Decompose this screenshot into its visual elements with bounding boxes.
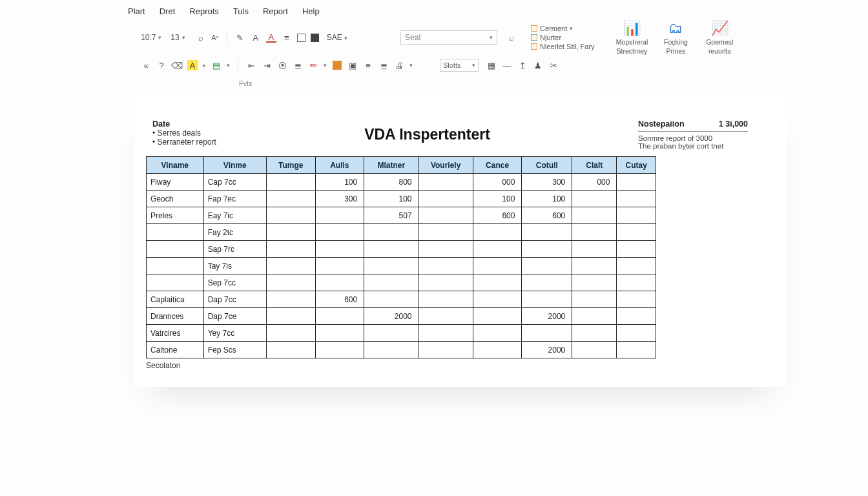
cell[interactable] bbox=[572, 207, 617, 224]
cell[interactable] bbox=[473, 241, 522, 258]
cell[interactable] bbox=[617, 308, 656, 325]
cell[interactable] bbox=[315, 342, 364, 358]
arrow-up-icon[interactable]: ↥ bbox=[517, 60, 528, 70]
cell[interactable] bbox=[572, 325, 617, 342]
cell[interactable] bbox=[418, 191, 473, 207]
link-nested[interactable]: Nleerlet Stil, Fary bbox=[531, 43, 594, 50]
cell[interactable]: Geoch bbox=[147, 191, 204, 207]
cell[interactable]: 2000 bbox=[364, 308, 418, 325]
border-box-icon[interactable] bbox=[297, 34, 305, 42]
link-comment[interactable]: Cerment ▾ bbox=[531, 25, 594, 32]
cell[interactable]: Dap 7ce bbox=[203, 308, 266, 325]
cell[interactable]: 300 bbox=[522, 174, 572, 191]
back-icon[interactable]: « bbox=[141, 60, 151, 70]
cell[interactable] bbox=[617, 291, 656, 308]
cell[interactable]: Eay 7ic bbox=[203, 207, 266, 224]
cell[interactable]: 800 bbox=[364, 174, 418, 191]
cell[interactable]: Tay 7is bbox=[203, 258, 266, 274]
cell[interactable] bbox=[572, 241, 617, 258]
paint-icon[interactable]: 🖨 bbox=[394, 60, 404, 70]
person-icon[interactable]: ♟ bbox=[533, 60, 543, 70]
cell[interactable]: Cap 7cc bbox=[203, 174, 266, 191]
cell[interactable]: Drannces bbox=[147, 308, 204, 325]
underline-icon[interactable]: A bbox=[266, 32, 276, 43]
cell[interactable] bbox=[617, 191, 656, 207]
cell[interactable]: Vatrcires bbox=[147, 325, 204, 342]
cell[interactable] bbox=[473, 325, 522, 342]
cell[interactable] bbox=[418, 207, 473, 224]
cell[interactable] bbox=[617, 207, 656, 224]
cell[interactable]: 100 bbox=[315, 174, 364, 191]
cell[interactable] bbox=[522, 325, 572, 342]
zoom-control[interactable]: 10:7 ▾ bbox=[141, 33, 161, 42]
orange-box-icon[interactable] bbox=[332, 60, 342, 70]
cell[interactable]: Sep 7cc bbox=[203, 274, 266, 291]
cell[interactable]: Caplaitica bbox=[147, 291, 204, 308]
cell[interactable] bbox=[572, 274, 617, 291]
cell[interactable]: Preles bbox=[147, 207, 204, 224]
cell[interactable]: Fep Scs bbox=[203, 342, 266, 358]
cell[interactable]: Sap 7rc bbox=[203, 241, 266, 258]
menu-help[interactable]: Help bbox=[302, 6, 320, 16]
cell[interactable] bbox=[418, 342, 473, 358]
cell[interactable] bbox=[364, 342, 418, 358]
cell[interactable]: 000 bbox=[473, 174, 522, 191]
cell[interactable]: 100 bbox=[522, 191, 572, 207]
cell[interactable] bbox=[473, 224, 522, 241]
cell[interactable] bbox=[315, 274, 364, 291]
eraser-icon[interactable]: ⌫ bbox=[172, 60, 182, 70]
cell[interactable]: Dap 7cc bbox=[203, 291, 266, 308]
page-icon[interactable]: ▣ bbox=[347, 60, 358, 70]
align-v-icon[interactable]: ≣ bbox=[378, 60, 389, 70]
menu-reports[interactable]: Reprots bbox=[189, 6, 219, 16]
cell[interactable] bbox=[572, 191, 617, 207]
search-input[interactable]: Seal ▾ bbox=[400, 30, 497, 45]
cell[interactable] bbox=[266, 274, 315, 291]
minus-icon[interactable]: — bbox=[502, 60, 512, 70]
cell[interactable]: 000 bbox=[572, 174, 617, 191]
cell[interactable] bbox=[418, 308, 473, 325]
cell[interactable]: 100 bbox=[364, 191, 418, 207]
cell[interactable] bbox=[364, 274, 418, 291]
cell[interactable] bbox=[418, 174, 473, 191]
cell[interactable] bbox=[266, 207, 315, 224]
cell[interactable] bbox=[522, 291, 572, 308]
cell[interactable] bbox=[473, 342, 522, 358]
cell[interactable] bbox=[147, 258, 204, 274]
cell[interactable] bbox=[473, 258, 522, 274]
cell[interactable]: Flway bbox=[147, 174, 204, 191]
menu-dret[interactable]: Dret bbox=[160, 6, 176, 16]
material-button[interactable]: 📊 Mopstreral Strectrney bbox=[612, 20, 651, 55]
cell[interactable] bbox=[364, 291, 418, 308]
cell[interactable] bbox=[418, 325, 473, 342]
cell[interactable] bbox=[572, 258, 617, 274]
cell[interactable]: 600 bbox=[473, 207, 522, 224]
cell[interactable] bbox=[617, 342, 656, 358]
menu-report[interactable]: Report bbox=[263, 6, 288, 16]
cell[interactable] bbox=[266, 308, 315, 325]
cell[interactable] bbox=[418, 274, 473, 291]
cell[interactable]: Fay 2tc bbox=[203, 224, 266, 241]
cell[interactable] bbox=[266, 241, 315, 258]
cell[interactable] bbox=[418, 241, 473, 258]
cell[interactable] bbox=[315, 224, 364, 241]
cell[interactable] bbox=[147, 224, 204, 241]
cell[interactable] bbox=[147, 274, 204, 291]
cell[interactable] bbox=[617, 241, 656, 258]
cell[interactable] bbox=[617, 174, 656, 191]
cell[interactable] bbox=[418, 224, 473, 241]
link-number[interactable]: Njurter bbox=[531, 34, 594, 41]
cell[interactable]: Caltone bbox=[147, 342, 204, 358]
grid-icon[interactable]: ▦ bbox=[486, 60, 497, 70]
cell[interactable] bbox=[572, 308, 617, 325]
cell[interactable] bbox=[147, 241, 204, 258]
menu-plart[interactable]: Plart bbox=[128, 6, 145, 16]
cell[interactable] bbox=[364, 241, 418, 258]
list-icon[interactable]: ≣ bbox=[293, 60, 303, 70]
cell[interactable]: Fap 7ec bbox=[203, 191, 266, 207]
cell[interactable] bbox=[364, 258, 418, 274]
search-icon[interactable]: ⌕ bbox=[196, 32, 206, 43]
cell[interactable] bbox=[266, 291, 315, 308]
cell[interactable] bbox=[522, 241, 572, 258]
cell[interactable] bbox=[364, 325, 418, 342]
